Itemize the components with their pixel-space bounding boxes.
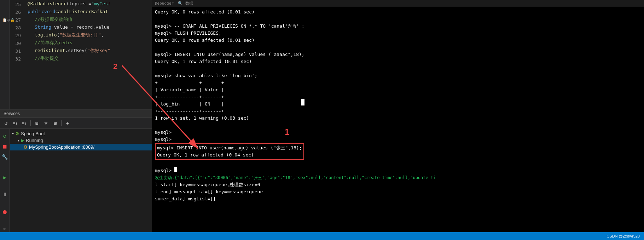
term-line-cursor: mysql>	[155, 167, 641, 174]
gear-icon: ⚙	[23, 144, 28, 150]
terminal-header: Debugger 🔍 数据	[152, 0, 644, 7]
tree-label-springboot: Spring Boot	[21, 131, 45, 136]
services-header: Services	[0, 110, 152, 118]
term-line-rowset: 1 row in set, 1 warning (0.03 sec)	[155, 115, 641, 122]
term-line-table-header: | Variable_name | Value |	[155, 86, 641, 93]
filter-button[interactable]: ⊟	[33, 119, 41, 127]
term-line-table-row: | log_bin | ON |	[155, 101, 641, 108]
refresh-button[interactable]: ↺	[2, 119, 10, 127]
services-wrench-icon[interactable]: 🔧	[1, 153, 9, 161]
spring-icon: ⚙	[15, 131, 19, 136]
term-line-qok3: Query OK, 1 row affected (0.04 sec)	[157, 152, 302, 159]
term-line-qok1: Query OK, 0 rows affected (0.01 sec)	[155, 37, 641, 44]
toolbar-separator-2	[61, 120, 62, 126]
mysql-prompt-1: mysql>	[155, 129, 172, 136]
debugger-label: Debugger	[155, 1, 174, 6]
term-lstart: l_start] key=message:queue,处理数size=0	[155, 181, 641, 188]
services-dot-icon[interactable]: ●	[1, 207, 9, 215]
tree-item-myapp[interactable]: ⚙ MySpringBootApplication :8089/	[10, 144, 152, 150]
code-line-30: //简单存入redis	[28, 39, 152, 47]
expand-button[interactable]: ⊞	[51, 119, 59, 127]
term-line-blank3	[155, 65, 641, 72]
services-edit-icon[interactable]: ✏	[1, 224, 9, 232]
code-line-28: String value = record.value	[28, 23, 152, 31]
services-play-icon[interactable]: ▶	[1, 173, 9, 181]
code-line-27: //数据库变动的值	[28, 16, 152, 23]
bottom-status-bar: CSDN @Zxdwr520	[0, 232, 644, 240]
services-panel: Services ↺ ≡↑ ≡↓ ⊟ ▽ ⊞ + ↺ ■ 🔧	[0, 109, 152, 232]
term-line-flush: mysql> FLUSH PRIVILEGES;	[155, 30, 641, 37]
tree-arrow-running: ▾	[18, 138, 19, 142]
terminal-panel: Debugger 🔍 数据 Query OK, 0 rows affected …	[152, 0, 644, 232]
left-panel: 25 26 📋 @ 🔒 27 28 29 30 31 32 @KafkaList…	[0, 0, 152, 232]
line-numbers: 25 26 📋 @ 🔒 27 28 29 30 31 32	[10, 0, 24, 109]
add-button[interactable]: +	[64, 119, 71, 127]
tree-label-running: Running	[26, 138, 43, 143]
term-line-mysql2: mysql>	[155, 136, 641, 143]
term-line-blank5	[155, 160, 641, 167]
services-tree: ▾ ⚙ Spring Boot ▾ ▶ Running ⚙ MyS	[10, 129, 152, 232]
align-bottom-button[interactable]: ≡↓	[21, 119, 28, 127]
code-line-26: public void canalListenerKafkaT	[28, 8, 152, 16]
services-stop-icon[interactable]: ■	[1, 142, 9, 150]
term-line-table-bot: +---------------+-------+	[155, 108, 641, 115]
status-text: CSDN @Zxdwr520	[607, 234, 640, 238]
terminal-content: Query OK, 0 rows affected (0.01 sec) mys…	[152, 7, 644, 232]
term-line-insert2: mysql> INSERT INTO user(name,age) values…	[157, 144, 302, 152]
toolbar-separator-1	[30, 120, 31, 126]
term-line-show: mysql> show variables like 'log_bin';	[155, 72, 641, 79]
tree-item-running[interactable]: ▾ ▶ Running	[10, 137, 152, 144]
collapse-button[interactable]: ▽	[42, 119, 50, 127]
services-toolbar: ↺ ≡↑ ≡↓ ⊟ ▽ ⊞ +	[0, 118, 152, 129]
services-refresh-icon[interactable]: ↺	[1, 132, 9, 139]
term-line-insert1: mysql> INSERT INTO user(name,age) values…	[155, 51, 641, 58]
term-line-grant: mysql> -- GRANT ALL PRIVILEGES ON *.* TO…	[155, 23, 641, 30]
term-line-mysql1: mysql> 1	[155, 129, 641, 136]
search-icon: 🔍 数据	[178, 1, 193, 6]
cursor-block	[301, 99, 304, 105]
run-icon: ▶	[21, 138, 24, 143]
code-editor-area: 25 26 📋 @ 🔒 27 28 29 30 31 32 @KafkaList…	[0, 0, 152, 109]
code-lines: @KafkaListener(topics = "myTest public v…	[24, 0, 152, 109]
tree-item-springboot[interactable]: ▾ ⚙ Spring Boot	[10, 130, 152, 137]
term-line-qok2: Query OK, 1 row affected (0.01 sec)	[155, 58, 641, 65]
term-lend1: l_end] messageList=[] key=message:queue	[155, 188, 641, 195]
code-line-29: log.info("数据发生变动:{}",	[28, 31, 152, 39]
term-line-blank4	[155, 122, 641, 129]
term-line-blank2	[155, 44, 641, 51]
main-container: 25 26 📋 @ 🔒 27 28 29 30 31 32 @KafkaList…	[0, 0, 644, 232]
highlighted-insert-box: mysql> INSERT INTO user(name,age) values…	[155, 143, 304, 160]
term-line-table-top: +---------------+-------+	[155, 79, 641, 86]
term-sumer: sumer_data] msgList=[]	[155, 195, 641, 202]
tree-label-myapp: MySpringBootApplication :8089/	[29, 144, 94, 150]
services-side-icons: ↺ ■ 🔧 ▶ ⏸ ● ✏	[0, 129, 10, 232]
term-line-blank1	[155, 16, 641, 23]
tree-arrow-springboot: ▾	[12, 132, 14, 136]
term-line-table-mid: +---------------+-------+	[155, 93, 641, 101]
code-line-31: redisClient.setKey("你好key"	[28, 47, 152, 55]
services-pause-icon[interactable]: ⏸	[1, 190, 9, 198]
term-data-line: 发生变动:{"data":[{"id":"30006","name":"张三",…	[155, 174, 641, 181]
align-top-button[interactable]: ≡↑	[11, 119, 19, 127]
annotation-number-1: 1	[285, 129, 289, 136]
term-line-1: Query OK, 0 rows affected (0.01 sec)	[155, 8, 641, 16]
code-line-32: //手动提交	[28, 55, 152, 62]
code-line-25: @KafkaListener(topics = "myTest	[28, 0, 152, 8]
